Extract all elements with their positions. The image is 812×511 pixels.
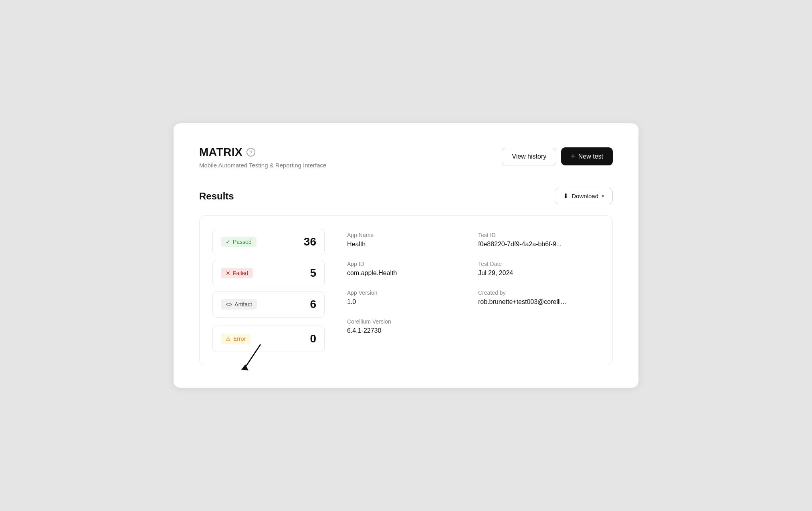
app-id-value: com.apple.Health — [347, 270, 459, 277]
corellium-version-label: Corellium Version — [347, 318, 459, 325]
svg-line-0 — [244, 344, 261, 368]
failed-count: 5 — [310, 267, 316, 280]
details-column: App Name Health Test ID f0e88220-7df9-4a… — [337, 229, 600, 352]
detail-created-by: Created by rob.brunette+test003@corelli.… — [469, 286, 600, 315]
app-title: MATRIX ? — [199, 146, 326, 159]
created-by-value: rob.brunette+test003@corelli... — [478, 298, 590, 306]
failed-label: Failed — [233, 270, 248, 276]
chevron-down-icon: ▾ — [602, 193, 604, 199]
help-icon[interactable]: ? — [246, 148, 255, 157]
stat-card-passed[interactable]: ✓ Passed 36 — [212, 229, 325, 255]
detail-test-date: Test Date Jul 29, 2024 — [469, 258, 600, 286]
passed-label: Passed — [233, 239, 252, 245]
test-date-label: Test Date — [478, 261, 590, 267]
app-subtitle: Mobile Automated Testing & Reporting Int… — [199, 162, 326, 169]
results-title: Results — [199, 191, 234, 202]
download-button[interactable]: ⬇ Download ▾ — [555, 188, 613, 204]
detail-app-version: App Version 1.0 — [337, 286, 469, 315]
app-title-text: MATRIX — [199, 146, 242, 159]
page-wrapper: MATRIX ? Mobile Automated Testing & Repo… — [0, 0, 812, 511]
badge-failed: ✕ Failed — [221, 268, 253, 278]
app-version-value: 1.0 — [347, 298, 459, 306]
passed-count: 36 — [304, 235, 316, 248]
badge-artifact: <> Artifact — [221, 299, 257, 310]
results-content: ✓ Passed 36 ✕ Failed 5 <> — [199, 215, 613, 365]
view-history-button[interactable]: View history — [502, 148, 556, 165]
stats-column: ✓ Passed 36 ✕ Failed 5 <> — [212, 229, 325, 352]
main-card: MATRIX ? Mobile Automated Testing & Repo… — [174, 123, 638, 388]
app-id-label: App ID — [347, 261, 459, 267]
header-actions: View history + New test — [502, 147, 613, 165]
app-version-label: App Version — [347, 290, 459, 296]
x-icon: ✕ — [226, 270, 230, 276]
test-id-value: f0e88220-7df9-4a2a-bb6f-9... — [478, 241, 590, 248]
svg-marker-1 — [241, 364, 248, 370]
stat-card-error[interactable]: ⚠ Error 0 — [212, 326, 325, 352]
new-test-label: New test — [578, 153, 603, 160]
download-label: Download — [572, 193, 598, 199]
test-date-value: Jul 29, 2024 — [478, 270, 590, 277]
check-icon: ✓ — [226, 239, 230, 245]
test-id-label: Test ID — [478, 232, 590, 238]
detail-app-id: App ID com.apple.Health — [337, 258, 469, 286]
created-by-label: Created by — [478, 290, 590, 296]
download-icon: ⬇ — [563, 192, 568, 200]
code-icon: <> — [226, 301, 232, 308]
plus-icon: + — [571, 152, 575, 161]
detail-app-name: App Name Health — [337, 229, 469, 258]
header-left: MATRIX ? Mobile Automated Testing & Repo… — [199, 146, 326, 169]
error-count: 0 — [310, 332, 316, 345]
detail-corellium-version: Corellium Version 6.4.1-22730 — [337, 315, 469, 344]
results-header: Results ⬇ Download ▾ — [199, 188, 613, 204]
artifact-count: 6 — [310, 298, 316, 311]
artifact-label: Artifact — [234, 301, 252, 308]
header: MATRIX ? Mobile Automated Testing & Repo… — [199, 146, 613, 169]
stat-card-failed[interactable]: ✕ Failed 5 — [212, 260, 325, 286]
arrow-wrapper: ⚠ Error 0 — [212, 326, 325, 352]
detail-test-id: Test ID f0e88220-7df9-4a2a-bb6f-9... — [469, 229, 600, 258]
corellium-version-value: 6.4.1-22730 — [347, 327, 459, 334]
arrow-annotation — [236, 342, 269, 376]
app-name-value: Health — [347, 241, 459, 248]
warning-icon: ⚠ — [226, 336, 231, 342]
stat-card-artifact[interactable]: <> Artifact 6 — [212, 291, 325, 318]
error-label: Error — [233, 336, 246, 342]
app-name-label: App Name — [347, 232, 459, 238]
badge-passed: ✓ Passed — [221, 237, 257, 247]
new-test-button[interactable]: + New test — [561, 147, 613, 165]
